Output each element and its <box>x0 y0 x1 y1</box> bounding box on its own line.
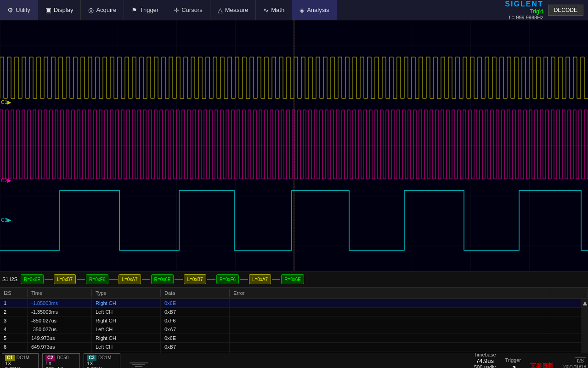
menu-display[interactable]: ▣ Display <box>38 0 81 20</box>
row-error-7 <box>230 351 551 353</box>
menu-cursors[interactable]: ✛ Cursors <box>166 0 210 20</box>
menu-measure[interactable]: △ Measure <box>210 0 256 20</box>
menu-acquire[interactable]: ◎ Acquire <box>81 0 124 20</box>
table-body: 1-1.85003msRight CH0x6E2-1.35003msLeft C… <box>0 299 588 353</box>
table-row-2[interactable]: 2-1.35003msLeft CH0xB7 <box>0 308 588 316</box>
measure-label: Measure <box>225 6 249 13</box>
col-header-type: Type <box>92 289 161 297</box>
row-data-3: 0xF6 <box>161 316 230 325</box>
ch2-label: C2▶ <box>1 178 11 184</box>
row-data-4: 0xA7 <box>161 325 230 334</box>
decode-segment-1: L=0xB7 <box>54 274 76 284</box>
trig-status: Trig'd <box>530 8 543 15</box>
ch3-probe: 1X <box>87 361 93 366</box>
math-label: Math <box>271 6 284 13</box>
row-num-6: 6 <box>0 343 28 351</box>
ch3-label: C3▶ <box>1 217 11 223</box>
ch1-badge: C1 <box>5 355 15 361</box>
row-num-1: 1 <box>0 299 28 307</box>
analysis-icon: ◈ <box>300 6 305 14</box>
col-header-data: Data <box>161 289 230 297</box>
decode-connector-8 <box>272 279 280 280</box>
brand-name: SIGLENT <box>505 0 543 8</box>
bottom-status-bar: C1 DC1M 1X 2.00V/ FULL 4.10V C2 DC50 1X … <box>0 353 588 368</box>
row-type-4: Left CH <box>92 325 161 334</box>
ch3-coupling: DC1M <box>98 355 111 360</box>
col-header-scroll <box>551 289 588 297</box>
decode-connector-7 <box>240 279 248 280</box>
decode-bar: S1 I2S R=0x6EL=0xB7R=0xF6L=0xA7R=0x6EL=0… <box>0 271 588 287</box>
ch1-label: C1▶ <box>1 99 11 105</box>
ch1-info-box: C1 DC1M 1X 2.00V/ FULL 4.10V <box>2 353 39 368</box>
table-row-7[interactable]: 71.14997msRight CH0xF6 <box>0 351 588 353</box>
decode-connector-4 <box>142 279 150 280</box>
waveform-svg <box>0 20 588 271</box>
brand-area: SIGLENT Trig'd f = 999.9988Hz <box>505 0 543 20</box>
decode-segment-3: L=0xA7 <box>119 274 141 284</box>
display-icon: ▣ <box>45 6 51 14</box>
decode-mode-display: I2S <box>575 357 586 364</box>
decode-segment-5: L=0xB7 <box>184 274 206 284</box>
timebase-tdiv: 74.9us <box>476 357 494 364</box>
row-data-7: 0xF6 <box>161 351 230 353</box>
top-right-area: SIGLENT Trig'd f = 999.9988Hz DECODE <box>505 0 588 20</box>
ch1-probe: 1X <box>5 361 11 366</box>
row-error-1 <box>230 299 551 307</box>
row-type-6: Left CH <box>92 343 161 351</box>
decode-segments: R=0x6EL=0xB7R=0xF6L=0xA7R=0x6EL=0xB7R=0x… <box>21 274 588 284</box>
datetime-area: I2S 2021/10/18 06:00:34 <box>563 357 586 368</box>
ch2-coupling: DC50 <box>57 355 69 360</box>
decode-connector-5 <box>175 279 183 280</box>
col-header-error: Error <box>230 289 551 297</box>
top-menu-bar: ⚙ Utility ▣ Display ◎ Acquire ⚑ Trigger … <box>0 0 588 20</box>
decode-connector-6 <box>207 279 215 280</box>
decode-button[interactable]: DECODE <box>548 5 583 16</box>
row-data-6: 0xB7 <box>161 343 230 351</box>
row-num-3: 3 <box>0 316 28 325</box>
row-type-3: Right CH <box>92 316 161 325</box>
ground-symbol <box>130 362 148 368</box>
ch2-info-box: C2 DC50 1X 200mV/ FULL -116mV <box>42 353 80 368</box>
utility-icon: ⚙ <box>7 6 13 14</box>
trigger-label: Trigger <box>505 357 521 363</box>
menu-utility[interactable]: ⚙ Utility <box>0 0 38 20</box>
scroll-up-arrow[interactable]: ▲ <box>582 299 588 307</box>
table-row-5[interactable]: 5149.973usRight CH0x6E <box>0 334 588 343</box>
menu-trigger[interactable]: ⚑ Trigger <box>124 0 166 20</box>
row-time-6: 649.973us <box>28 343 92 351</box>
row-error-5 <box>230 334 551 342</box>
decode-connector-3 <box>109 279 118 280</box>
decode-segment-0: R=0x6E <box>21 274 44 284</box>
measure-icon: △ <box>218 6 223 14</box>
analysis-label: Analysis <box>307 6 329 13</box>
table-row-4[interactable]: 4-350.027usLeft CH0xA7 <box>0 325 588 334</box>
row-error-2 <box>230 308 551 316</box>
ch3-badge: C3 <box>87 355 96 361</box>
row-type-5: Right CH <box>92 334 161 342</box>
utility-label: Utility <box>16 6 30 13</box>
menu-math[interactable]: ∿ Math <box>256 0 292 20</box>
acquire-icon: ◎ <box>88 6 94 14</box>
row-error-4 <box>230 325 551 334</box>
table-wrapper: 1-1.85003msRight CH0x6E2-1.35003msLeft C… <box>0 299 588 353</box>
decode-segment-8: R=0x6E <box>281 274 304 284</box>
table-row-3[interactable]: 3-850.027usRight CH0xF6 <box>0 316 588 325</box>
row-data-1: 0x6E <box>161 299 230 307</box>
row-type-1: Right CH <box>92 299 161 307</box>
table-row-1[interactable]: 1-1.85003msRight CH0x6E <box>0 299 588 308</box>
display-label: Display <box>54 6 74 13</box>
row-type-7: Right CH <box>92 351 161 353</box>
date-display: 2021/10/18 <box>563 364 586 368</box>
row-time-3: -850.027us <box>28 316 92 325</box>
scroll-track: ▲ ▼ <box>582 299 588 353</box>
decode-segment-6: R=0xF6 <box>216 274 239 284</box>
menu-analysis[interactable]: ◈ Analysis <box>292 0 337 20</box>
scroll-down-arrow[interactable]: ▼ <box>582 352 588 353</box>
ch1-vdiv: 2.00V/ <box>5 366 20 368</box>
table-header: I2S Time Type Data Error <box>0 288 588 299</box>
trigger-label: Trigger <box>140 6 158 13</box>
col-header-i2s: I2S <box>0 289 28 297</box>
table-row-6[interactable]: 6649.973usLeft CH0xB7 <box>0 343 588 351</box>
timebase-info: Timebase 74.9us 500us/div 2.50Mpts 500MS… <box>474 352 496 368</box>
row-time-2: -1.35003ms <box>28 308 92 316</box>
